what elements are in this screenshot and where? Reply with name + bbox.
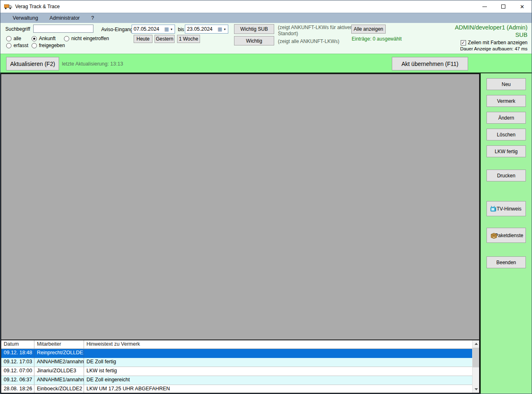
radio-label: Ankunft (39, 36, 56, 41)
scroll-up-icon (475, 343, 478, 345)
neu-button[interactable]: Neu (487, 78, 526, 90)
bis-label: bis (178, 27, 184, 32)
tv-icon (490, 206, 498, 212)
table-row[interactable]: 09.12. 17:03 ANNAHME2/annahme2 DE Zoll f… (1, 358, 479, 367)
menu-administrator[interactable]: Administrator (44, 14, 86, 23)
radio-circle (32, 43, 37, 48)
radio-circle (32, 36, 37, 41)
content-area: Datum Mitarbeiter Hinweistext zu Vermerk… (0, 73, 532, 394)
minimize-icon (482, 7, 487, 7)
tv-hinweis-button[interactable]: TV-Hinweis (487, 201, 526, 216)
main-grid-area[interactable] (0, 73, 480, 340)
vermerk-table: Datum Mitarbeiter Hinweistext zu Vermerk… (0, 340, 480, 394)
radio-circle (64, 36, 69, 41)
calendar-icon: ▦ (218, 26, 222, 32)
vermerk-button[interactable]: Vermerk (487, 95, 526, 107)
table-row[interactable]: 09.12. 07:00 Jinariu/ZOLLDE3 LKW ist fer… (1, 367, 479, 376)
radio-label: erfasst (14, 43, 28, 48)
radio-circle (6, 36, 11, 41)
rows-color-checkbox-label: Zeilen mit Farben anzeigen (468, 40, 527, 45)
date-from-picker[interactable]: 07.05.2024 ▦ ▼ (132, 25, 175, 34)
wichtig-sub-button[interactable]: Wichtig SUB (234, 24, 274, 34)
cell-mitarbeiter: Einboeck/ZOLLDE2 (34, 385, 84, 394)
truck-icon (4, 4, 12, 9)
loeschen-button[interactable]: Löschen (487, 129, 526, 140)
cell-datum: 09.12. 07:00 (1, 367, 34, 376)
cell-hinweis (84, 349, 479, 358)
column-header-datum[interactable]: Datum (1, 340, 34, 349)
filter-panel: Suchbegriff alle Ankunft nicht eingetrof… (0, 23, 532, 54)
column-header-hinweistext[interactable]: Hinweistext zu Vermerk (84, 340, 479, 349)
cell-datum: 09.12. 06:37 (1, 376, 34, 385)
sidebar: Neu Vermerk Ändern Löschen LKW fertig Dr… (481, 73, 532, 394)
close-button[interactable]: ✕ (513, 0, 532, 13)
aendern-button[interactable]: Ändern (487, 112, 526, 124)
entries-status: Einträge: 0 ausgewählt (352, 36, 402, 42)
drucken-button[interactable]: Drucken (487, 170, 526, 181)
radio-alle[interactable]: alle (6, 36, 21, 41)
radio-label: freigegeben (39, 43, 65, 48)
cell-mitarbeiter: Jinariu/ZOLLDE3 (34, 367, 84, 376)
lkw-fertig-button[interactable]: LKW fertig (487, 145, 526, 157)
radio-ankunft[interactable]: Ankunft (32, 36, 56, 41)
package-icon (490, 232, 498, 239)
akt-uebernehmen-button[interactable]: Akt übernehmen (F11) (392, 57, 468, 70)
left-column: Datum Mitarbeiter Hinweistext zu Vermerk… (0, 73, 481, 394)
scroll-down-button[interactable] (473, 386, 480, 393)
radio-erfasst[interactable]: erfasst (6, 43, 28, 48)
render-duration-text: Dauer Anzeige aufbauen: 47 ms (455, 46, 527, 51)
column-header-mitarbeiter[interactable]: Mitarbeiter (34, 340, 84, 349)
table-scrollbar[interactable] (472, 340, 479, 393)
scrollbar-thumb[interactable] (473, 348, 480, 367)
checkbox-checked-icon[interactable]: ✓ (461, 40, 466, 45)
cell-hinweis: LKW UM 17,25 UHR ABGEFAHREN (84, 385, 479, 394)
radio-freigegeben[interactable]: freigegeben (32, 43, 65, 48)
chevron-down-icon: ▼ (223, 28, 226, 31)
cell-hinweis: LKW ist fertig (84, 367, 479, 376)
menu-help[interactable]: ? (86, 14, 100, 23)
alle-anzeigen-button[interactable]: Alle anzeigen (351, 25, 386, 34)
eine-woche-button[interactable]: 1 Woche (177, 35, 200, 43)
radio-label: nicht eingetroffen (71, 36, 109, 41)
wichtig-button[interactable]: Wichtig (234, 36, 274, 45)
rows-color-checkbox-row[interactable]: ✓ Zeilen mit Farben anzeigen (455, 40, 527, 45)
search-label: Suchbegriff (5, 26, 30, 32)
paketdienste-label: Paketdienste (495, 233, 523, 238)
user-name: ADMIN/developer1 (Admin) (455, 24, 527, 31)
date-from-value: 07.05.2024 (134, 26, 164, 32)
scroll-up-button[interactable] (473, 340, 480, 347)
minimize-button[interactable] (475, 0, 494, 13)
cell-mitarbeiter: ANNAHME1/annahme1 (34, 376, 84, 385)
calendar-icon: ▦ (164, 26, 169, 32)
maximize-button[interactable] (494, 0, 513, 13)
heute-button[interactable]: Heute (134, 35, 152, 43)
title-bar: Verag Track & Trace ✕ (0, 0, 532, 13)
date-to-value: 23.05.2024 (187, 26, 218, 32)
last-refresh-text: letzte Aktualisierung: 13:13 (62, 61, 123, 67)
paketdienste-button[interactable]: Paketdienste (487, 228, 526, 243)
app-window: Verag Track & Trace ✕ Verwaltung Adminis… (0, 0, 532, 394)
aktualisieren-button[interactable]: Aktualisieren (F2) (6, 57, 59, 70)
action-bar: Aktualisieren (F2) letzte Aktualisierung… (0, 54, 532, 73)
scroll-down-icon (475, 388, 478, 390)
maximize-icon (501, 5, 505, 9)
user-block: ADMIN/developer1 (Admin) SUB ✓ Zeilen mi… (455, 24, 527, 51)
radio-nicht-eingetroffen[interactable]: nicht eingetroffen (64, 36, 109, 41)
date-to-picker[interactable]: 23.05.2024 ▦ ▼ (185, 25, 228, 34)
table-row[interactable]: 09.12. 06:37 ANNAHME1/annahme1 DE Zoll e… (1, 376, 479, 385)
cell-datum: 09.12. 18:48 (1, 349, 34, 358)
menu-bar: Verwaltung Administrator ? (0, 13, 532, 23)
user-site: SUB (455, 31, 527, 38)
cell-mitarbeiter: Reinprecht/ZOLLDE1 (34, 349, 84, 358)
cell-hinweis: DE Zoll eingereicht (84, 376, 479, 385)
table-row[interactable]: 09.12. 18:48 Reinprecht/ZOLLDE1 (1, 349, 479, 358)
menu-verwaltung[interactable]: Verwaltung (7, 14, 44, 23)
window-title: Verag Track & Trace (15, 4, 60, 9)
tv-hinweis-label: TV-Hinweis (497, 206, 522, 212)
gestern-button[interactable]: Gestern (155, 35, 175, 43)
close-icon: ✕ (520, 4, 525, 10)
table-header-row: Datum Mitarbeiter Hinweistext zu Vermerk (1, 340, 479, 349)
table-row[interactable]: 28.08. 18:26 Einboeck/ZOLLDE2 LKW UM 17,… (1, 385, 479, 394)
search-input[interactable] (33, 25, 93, 33)
beenden-button[interactable]: Beenden (487, 256, 526, 268)
